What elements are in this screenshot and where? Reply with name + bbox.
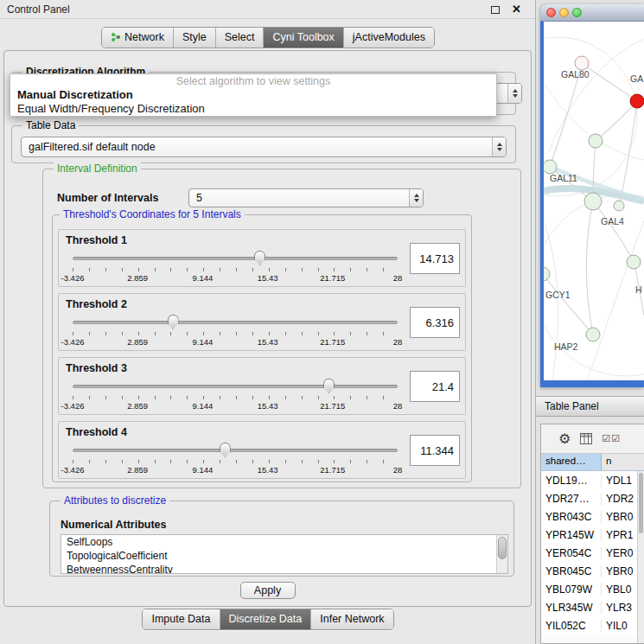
slider-scale: -3.426 2.859 9.144 15.43 21.715 28 [73, 337, 398, 347]
network-node[interactable] [584, 193, 602, 210]
checkbox-checked-icon[interactable]: ☑ [611, 433, 621, 443]
scrollbar-thumb[interactable] [639, 473, 643, 533]
columns-icon[interactable] [580, 433, 592, 444]
network-canvas[interactable]: GAL80 GA GAL11 GAL4 GCY1 H HAP2 [544, 22, 644, 380]
network-node[interactable] [544, 267, 550, 281]
scale-label: 15.43 [258, 273, 278, 283]
slider-thumb[interactable] [220, 443, 231, 457]
tab-infer-network[interactable]: Infer Network [311, 609, 392, 629]
table-row[interactable]: YPR145WYPR1 [541, 526, 644, 544]
table-row[interactable]: YLR345WYLR3 [541, 598, 644, 616]
table-data-combobox[interactable]: galFiltered.sif default node [21, 137, 507, 157]
tab-cyni-toolbox-label: Cyni Toolbox [272, 31, 334, 43]
threshold-4-slider[interactable] [73, 443, 398, 458]
slider-track[interactable] [73, 385, 398, 388]
float-window-icon[interactable] [491, 6, 500, 14]
threshold-4-value-field[interactable]: 11.344 [410, 435, 460, 466]
cell[interactable]: YBR043C [541, 511, 602, 523]
scale-label: 9.144 [193, 465, 214, 475]
tab-cyni-toolbox[interactable]: Cyni Toolbox [264, 28, 343, 48]
combo-stepper-icon[interactable] [492, 137, 506, 156]
network-node[interactable] [614, 201, 624, 211]
slider-ticks [73, 332, 398, 335]
zoom-traffic-light-icon[interactable] [572, 8, 582, 17]
thresholds-group: Threshold's Coordinates for 5 Intervals … [52, 214, 472, 482]
cell[interactable]: YER054C [541, 547, 602, 559]
control-panel-window: Control Panel ✕ Networ [0, 0, 536, 644]
network-node-selected[interactable] [630, 94, 644, 108]
table-row[interactable]: YBL079WYBL0 [541, 580, 644, 598]
slider-thumb[interactable] [323, 379, 335, 393]
cell[interactable]: YDR27… [541, 493, 602, 505]
table-row[interactable]: YER054CYER0 [541, 544, 644, 562]
close-traffic-light-icon[interactable] [546, 8, 556, 17]
column-header-name[interactable]: n [602, 454, 644, 470]
table-row[interactable]: YDR27…YDR2 [541, 489, 644, 507]
tab-network[interactable]: Network [102, 28, 174, 48]
gear-icon[interactable]: ⚙ [558, 432, 571, 446]
control-panel-titlebar: Control Panel ✕ [0, 0, 535, 19]
thresholds-group-title: Threshold's Coordinates for 5 Intervals [60, 208, 245, 220]
node-label-gal11: GAL11 [550, 173, 577, 183]
table-row[interactable]: YIL052CYIL0 [541, 616, 644, 634]
tab-style[interactable]: Style [174, 28, 216, 48]
threshold-1-slider[interactable] [73, 251, 398, 266]
cell[interactable]: YDL19… [541, 475, 602, 487]
threshold-1-value-field[interactable]: 14.713 [410, 243, 460, 274]
slider-scale: -3.426 2.859 9.144 15.43 21.715 28 [73, 401, 398, 411]
node-label-partial: H [635, 284, 642, 295]
scale-label: 2.859 [127, 337, 148, 347]
slider-thumb[interactable] [254, 251, 265, 265]
slider-track[interactable] [73, 321, 398, 324]
table-row[interactable]: YBR045CYBR0 [541, 562, 644, 580]
tab-select[interactable]: Select [216, 28, 265, 48]
network-node[interactable] [575, 56, 589, 70]
slider-track[interactable] [73, 449, 398, 452]
cell[interactable]: YBL079W [541, 583, 602, 596]
network-node[interactable] [544, 160, 557, 174]
select-columns-icons[interactable]: ☑☑ [602, 433, 621, 444]
list-item[interactable]: BetweennessCentrality [61, 563, 507, 574]
dropdown-item-manual-discretization[interactable]: Manual Discretization [10, 88, 496, 102]
network-node[interactable] [627, 255, 641, 269]
scale-label: 9.144 [193, 401, 214, 411]
apply-button[interactable]: Apply [240, 582, 296, 599]
network-node[interactable] [589, 134, 603, 148]
list-item[interactable]: SelfLoops [61, 535, 507, 549]
cell[interactable]: YIL052C [541, 620, 602, 632]
dropdown-item-equal-width[interactable]: Equal Width/Frequency Discretization [10, 102, 496, 116]
table-row[interactable]: YDL19…YDL1 [541, 471, 644, 489]
combo-stepper-icon[interactable] [409, 189, 423, 207]
cell[interactable]: YPR145W [541, 529, 602, 541]
checkbox-checked-icon[interactable]: ☑ [602, 433, 611, 443]
threshold-panel-4: Threshold 4 -3.426 2.859 9.144 15.43 21.… [58, 421, 466, 479]
cell[interactable]: YBR045C [541, 565, 602, 577]
threshold-3-slider[interactable] [73, 379, 398, 394]
attributes-list-scrollbar[interactable] [496, 535, 507, 573]
column-header-shared-name[interactable]: shared… [541, 454, 602, 470]
table-scrollbar[interactable] [637, 471, 644, 643]
scale-label: 9.144 [193, 273, 214, 283]
combo-stepper-icon[interactable] [507, 84, 521, 103]
cell[interactable]: YLR345W [541, 602, 602, 614]
list-item[interactable]: TopologicalCoefficient [61, 549, 507, 563]
slider-scale: -3.426 2.859 9.144 15.43 21.715 28 [73, 465, 398, 475]
scale-label: -3.426 [61, 401, 85, 411]
minimize-traffic-light-icon[interactable] [559, 8, 569, 17]
table-row[interactable]: YBR043CYBR0 [541, 507, 644, 526]
scrollbar-thumb[interactable] [498, 537, 507, 559]
close-icon[interactable]: ✕ [512, 3, 521, 16]
tab-impute-data[interactable]: Impute Data [143, 609, 220, 629]
threshold-2-slider[interactable] [73, 315, 398, 330]
slider-track[interactable] [73, 257, 398, 260]
threshold-panel-2: Threshold 2 -3.426 2.859 9.144 15.43 21.… [58, 293, 466, 351]
tab-discretize-data[interactable]: Discretize Data [220, 609, 312, 629]
slider-thumb[interactable] [168, 315, 179, 329]
tab-style-label: Style [182, 31, 207, 43]
tab-jactivemodules[interactable]: jActiveModules [344, 28, 434, 48]
threshold-2-value-field[interactable]: 6.316 [410, 307, 460, 338]
number-of-intervals-combobox[interactable]: 5 [188, 188, 424, 207]
scale-label: 28 [393, 465, 403, 475]
threshold-3-value-field[interactable]: 21.4 [410, 371, 460, 402]
network-node[interactable] [586, 328, 600, 341]
